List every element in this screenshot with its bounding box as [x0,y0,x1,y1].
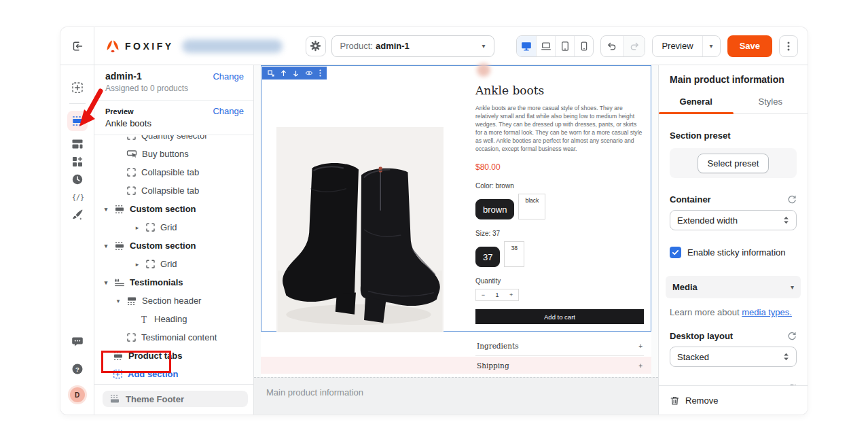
product-selector-dropdown[interactable]: Product: admin-1 ▾ [331,35,494,57]
gear-icon [310,40,321,52]
sections-rail-button[interactable] [67,111,88,131]
reset-icon[interactable] [787,332,797,341]
redacted-brand-mark [477,63,490,77]
rail-bottom-group: ? D [67,333,88,402]
layer-row-grid[interactable]: ▸ Grid [94,255,253,273]
layer-row-section-header[interactable]: ▾ Section header [94,292,253,310]
layer-row-collapsible-tab[interactable]: Collapsible tab [94,163,253,181]
color-chip-black[interactable]: black [518,194,545,219]
product-info-column: Ankle boots Ankle boots are the more cas… [475,73,644,375]
layout-icon [71,138,84,150]
history-rail-button[interactable] [67,171,88,188]
chevron-down-icon[interactable]: ▾ [103,279,109,286]
theme-footer-item[interactable]: Theme Footer [103,391,248,407]
sticky-information-checkbox[interactable]: Enable sticky information [670,247,797,258]
chat-support-button[interactable] [67,333,88,351]
layer-row-heading[interactable]: T Heading [94,310,253,328]
device-mobile-button[interactable] [574,36,593,56]
heading-text-icon: T [139,314,149,325]
user-avatar[interactable]: D [70,387,85,402]
code-icon: {/} [71,191,84,203]
desktop-layout-label: Desktop layout [670,331,733,341]
select-preset-button[interactable]: Select preset [698,154,770,173]
tab-styles[interactable]: Styles [734,91,808,113]
preview-product-name: Ankle boots [105,118,244,135]
move-down-icon[interactable] [293,70,299,77]
size-chip-38[interactable]: 38 [504,241,524,267]
select-parent-icon[interactable] [268,70,274,77]
tab-general[interactable]: General [659,91,734,113]
quantity-plus-button[interactable]: + [504,292,518,298]
product-image[interactable] [276,127,444,332]
design-rail-button[interactable] [67,206,88,224]
product-title: Ankle boots [475,84,644,97]
add-section-button[interactable]: Add section [94,365,253,383]
layer-row-custom-section[interactable]: ▾ Custom section [94,236,253,255]
accordion-ingredients[interactable]: Ingredients + [475,336,644,356]
layer-row-product-tabs[interactable]: Product tabs [94,347,253,365]
preview-change-link[interactable]: Change [213,106,244,116]
section-more-icon[interactable] [319,69,321,77]
quantity-minus-button[interactable]: − [476,292,490,298]
selected-section-main-product-information[interactable]: Ankle boots Ankle boots are the more cas… [261,65,651,332]
chevron-down-icon[interactable]: ▾ [115,298,122,304]
more-options-button[interactable] [779,35,798,57]
container-select[interactable]: Extended width [670,210,797,230]
section-header-icon [126,296,137,306]
save-button[interactable]: Save [727,35,772,57]
redo-button[interactable] [623,36,645,56]
svg-text:T: T [141,315,147,324]
color-chip-brown[interactable]: brown [475,199,514,219]
foxify-logo-icon [105,39,120,53]
help-button[interactable]: ? [67,360,88,378]
blocks-rail-button[interactable] [67,153,88,171]
chevron-right-icon[interactable]: ▸ [134,261,141,268]
settings-tabs: General Styles [659,91,808,114]
device-desktop-button[interactable] [517,36,536,56]
desktop-layout-select[interactable]: Stacked [670,347,797,367]
chevron-right-icon[interactable]: ▸ [134,224,141,231]
add-section-rail-button[interactable] [67,79,88,96]
layer-row-custom-section[interactable]: ▾ Custom section [94,200,253,218]
selected-section-status-bar: Main product information [254,377,658,414]
chevron-down-icon[interactable]: ▾ [103,243,109,249]
builder-settings-button[interactable] [306,36,326,56]
remove-section-button[interactable]: Remove [659,385,808,414]
move-up-icon[interactable] [281,70,287,77]
layer-row-quantity-selector[interactable]: Quantity selector [94,135,253,145]
reset-icon[interactable] [787,195,797,205]
theme-sections-rail-button[interactable] [67,135,88,153]
visibility-eye-icon[interactable] [305,70,313,76]
undo-button[interactable] [601,36,623,56]
section-preset-label: Section preset [670,130,731,141]
block-brackets-icon [145,222,156,232]
chevron-down-icon[interactable]: ▾ [103,206,109,213]
device-laptop-button[interactable] [536,36,555,56]
layer-row-buy-buttons[interactable]: Buy buttons [94,145,253,163]
accordion-shipping[interactable]: Shipping + [475,356,644,375]
preview-button[interactable]: Preview [653,36,702,56]
template-change-link[interactable]: Change [213,71,244,82]
block-brackets-icon [126,135,137,141]
settings-panel: Main product information General Styles … [658,65,808,414]
add-to-cart-button[interactable]: Add to cart [475,309,644,324]
media-types-link[interactable]: media types. [742,307,792,317]
layer-row-testimonials[interactable]: ▾ Testimonials [94,273,253,292]
layer-row-testimonial-content[interactable]: Testimonial content [94,328,253,347]
exit-button[interactable] [60,27,94,65]
layer-row-grid[interactable]: ▸ Grid [94,218,253,236]
preview-button-label: Preview [662,41,693,51]
question-mark-icon: ? [71,363,84,375]
size-chip-37[interactable]: 37 [475,247,500,267]
custom-code-rail-button[interactable]: {/} [67,188,88,206]
undo-icon [607,41,617,52]
device-tablet-button[interactable] [555,36,574,56]
product-price: $80.00 [475,162,644,172]
preview-split-button: Preview ▾ [652,35,720,57]
media-collapsible-header[interactable]: Media ▾ [666,276,801,298]
block-brackets-icon [126,167,137,177]
layers-header: admin-1 Change Assigned to 0 products Pr… [94,65,253,135]
preview-dropdown-button[interactable]: ▾ [702,36,720,56]
sections-icon [71,115,84,127]
layer-row-collapsible-tab[interactable]: Collapsible tab [94,181,253,200]
